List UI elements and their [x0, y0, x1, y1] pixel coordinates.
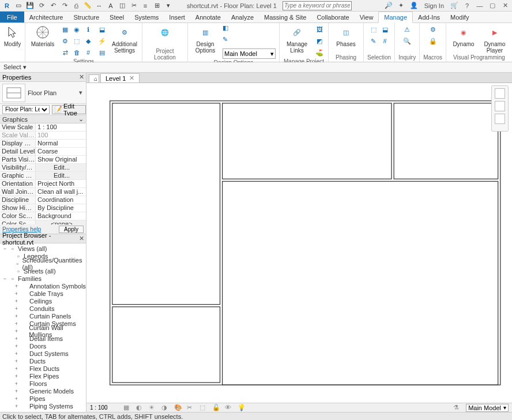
expand-icon[interactable]: +	[14, 328, 19, 334]
type-selector[interactable]: Floor Plan ▾	[0, 82, 86, 104]
open-icon[interactable]: ▭	[14, 1, 23, 10]
project-info-icon[interactable]: ℹ	[83, 24, 93, 35]
tree-node[interactable]: +Cable Trays	[0, 290, 86, 297]
prop-value[interactable]: Edit...	[36, 164, 86, 171]
ids-selection-icon[interactable]: #	[380, 36, 390, 46]
expand-icon[interactable]: +	[14, 373, 19, 379]
text-icon[interactable]: A	[106, 1, 115, 10]
expand-icon[interactable]: −	[2, 246, 7, 252]
expand-icon[interactable]: +	[14, 396, 19, 402]
prop-row[interactable]: Graphic Displ...Edit...	[0, 172, 86, 180]
help-icon[interactable]: ?	[462, 1, 472, 10]
manage-images-icon[interactable]: 🖼	[314, 24, 325, 35]
prop-row[interactable]: Display ModelNormal	[0, 140, 86, 148]
expand-icon[interactable]: +	[14, 358, 19, 364]
section-icon[interactable]: ✂	[129, 1, 138, 10]
app-icon[interactable]: R	[2, 1, 12, 10]
tree-node[interactable]: +Curtain Wall Mullions	[0, 327, 86, 335]
rendering-icon[interactable]: 🎨	[174, 404, 182, 412]
tab-steel[interactable]: Steel	[104, 12, 129, 22]
browser-tree[interactable]: −▫Views (all)▫Legends▫Schedules/Quantiti…	[0, 243, 86, 412]
prop-row[interactable]: View Scale1 : 100	[0, 123, 86, 132]
prop-row[interactable]: DisciplineCoordination	[0, 196, 86, 204]
tree-node[interactable]: +Generic Models	[0, 387, 86, 395]
tab-insert[interactable]: Insert	[164, 12, 190, 22]
save-selection-icon[interactable]: ⬚	[368, 24, 379, 35]
expand-icon[interactable]: +	[14, 321, 19, 327]
user-icon[interactable]: 👤	[409, 1, 419, 10]
tab-collaborate[interactable]: Collaborate	[311, 12, 354, 22]
default3d-icon[interactable]: ◫	[118, 1, 127, 10]
redo-icon[interactable]: ↷	[60, 1, 69, 10]
prop-row[interactable]: Show Hidden ...By Discipline	[0, 204, 86, 212]
tree-node[interactable]: −▫Families	[0, 275, 86, 282]
doc-tab-close-icon[interactable]: ✕	[129, 74, 134, 82]
nav-zoom-icon[interactable]	[495, 114, 505, 124]
prop-row[interactable]: Scale Value 1:100	[0, 132, 86, 140]
manage-links-button[interactable]: 🔗 Manage Links	[283, 24, 311, 54]
prop-value[interactable]: Clean all wall j...	[36, 188, 86, 196]
macro-mgr-icon[interactable]: ⚙	[428, 24, 438, 35]
main-model-combo[interactable]: Main Model▾	[223, 48, 276, 59]
snaps-icon[interactable]: ◉	[71, 24, 82, 35]
pick-to-edit-icon[interactable]: ✎	[223, 36, 233, 46]
tree-node[interactable]: +Conduits	[0, 305, 86, 312]
prop-row[interactable]: Parts VisibilityShow Original	[0, 156, 86, 164]
nav-pan-icon[interactable]	[495, 101, 505, 111]
expand-icon[interactable]: +	[14, 381, 19, 387]
tree-node[interactable]: +Ducts	[0, 357, 86, 365]
tab-modify[interactable]: Modify	[445, 12, 474, 22]
inquiry-icon-1[interactable]: ⚠	[402, 24, 412, 35]
dimension-icon[interactable]: ↔	[95, 1, 104, 10]
sign-in-link[interactable]: Sign In	[422, 2, 446, 9]
search-input[interactable]	[283, 1, 352, 10]
nav-wheel-icon[interactable]	[495, 88, 505, 99]
tab-massing-site[interactable]: Massing & Site	[259, 12, 311, 22]
prop-row[interactable]: Visibility/Grap...Edit...	[0, 164, 86, 172]
project-params-icon[interactable]: ⚙	[60, 36, 70, 46]
temp-hide-icon[interactable]: 👁	[225, 404, 233, 412]
location-button[interactable]: 🌐	[151, 24, 179, 47]
expand-icon[interactable]: +	[14, 291, 19, 297]
tab-add-ins[interactable]: Add-Ins	[413, 12, 445, 22]
tree-node[interactable]: +Annotation Symbols	[0, 282, 86, 290]
tab-structure[interactable]: Structure	[68, 12, 104, 22]
additional-settings-button[interactable]: ⚙ Additional Settings	[111, 24, 138, 54]
tree-node[interactable]: +Pipes	[0, 395, 86, 402]
properties-close-icon[interactable]: ✕	[78, 73, 85, 81]
prop-value[interactable]: Coordination	[36, 196, 86, 204]
comm-icon[interactable]: ✦	[397, 1, 406, 10]
visual-style-icon[interactable]: ◐	[136, 404, 144, 412]
inquiry-icon-2[interactable]: 🔍	[402, 36, 412, 46]
workset-combo[interactable]: Main Model ▾	[466, 404, 509, 412]
document-tab[interactable]: Level 1 ✕	[100, 73, 140, 82]
expand-icon[interactable]: −	[2, 276, 7, 282]
tab-annotate[interactable]: Annotate	[190, 12, 226, 22]
dynamo-button[interactable]: ◉Dynamo	[450, 24, 477, 47]
prop-value[interactable]: Edit...	[36, 172, 86, 179]
sun-path-icon[interactable]: ☀	[149, 404, 157, 412]
tab-file[interactable]: File	[0, 12, 24, 22]
prop-value[interactable]: Background	[36, 212, 86, 220]
expand-icon[interactable]: +	[14, 343, 19, 349]
tree-node[interactable]: −▫Views (all)	[0, 245, 86, 252]
search-box[interactable]	[283, 1, 352, 10]
prop-value[interactable]: Project North	[36, 180, 86, 187]
expand-icon[interactable]: +	[14, 366, 19, 372]
tab-architecture[interactable]: Architecture	[24, 12, 69, 22]
prop-row[interactable]: Wall Join Disp...Clean all wall j...	[0, 188, 86, 196]
expand-icon[interactable]: +	[14, 388, 19, 394]
tree-node[interactable]: +Flex Pipes	[0, 372, 86, 380]
browser-close-icon[interactable]: ✕	[78, 235, 85, 242]
expand-icon[interactable]: +	[14, 336, 19, 342]
expand-icon[interactable]: +	[14, 351, 19, 357]
global-params-icon[interactable]: ◆	[83, 36, 93, 46]
modify-button[interactable]: Modify	[0, 24, 27, 47]
undo-icon[interactable]: ↶	[48, 1, 58, 10]
print-icon[interactable]: ⎙	[71, 1, 81, 10]
prop-value[interactable]: Coarse	[36, 148, 86, 155]
save-icon[interactable]: 💾	[25, 1, 35, 10]
tree-node[interactable]: +Curtain Panels	[0, 312, 86, 320]
design-options-button[interactable]: ▥ Design Options	[191, 24, 219, 54]
prop-value[interactable]: <none>	[36, 220, 86, 224]
